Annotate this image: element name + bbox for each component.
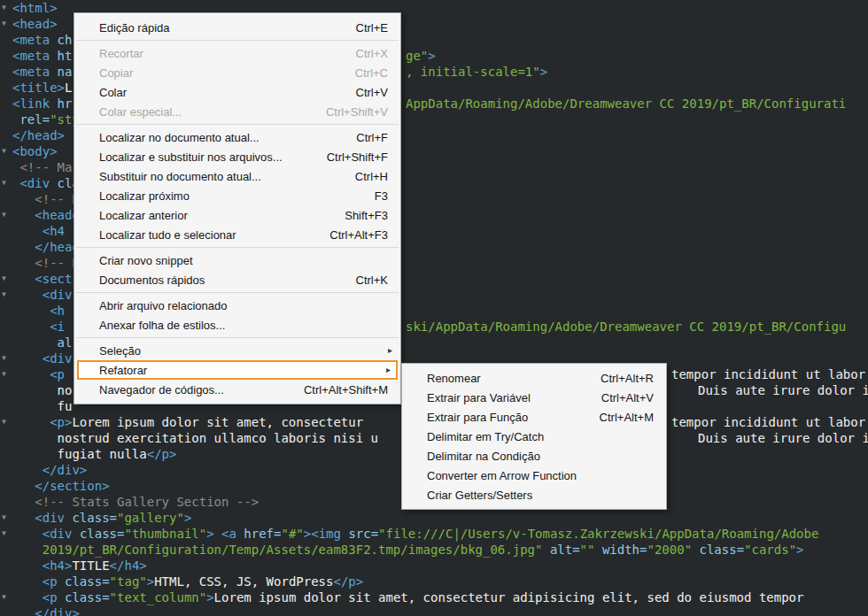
menu-item-shortcut: Ctrl+Alt+Shift+M <box>304 383 388 397</box>
code-token: TITLE <box>72 558 109 573</box>
code-token: > <box>206 527 221 541</box>
code-token: width= <box>602 543 647 557</box>
fold-arrow-icon[interactable]: ▼ <box>2 287 11 303</box>
context-menu-item-selecao[interactable]: Seleção▸ <box>74 341 400 360</box>
submenu-item-converter-em-arrow-function[interactable]: Converter em Arrow Function <box>402 466 666 485</box>
code-token: <img <box>311 527 348 541</box>
context-menu-item-substituir-no-documento-atual[interactable]: Substituir no documento atual...Ctrl+H <box>74 166 400 186</box>
context-menu-item-colar[interactable]: ColarCtrl+V <box>74 82 400 102</box>
context-menu-item-localizar-e-substituir-nos-arquivos[interactable]: Localizar e substituir nos arquivos...Ct… <box>74 147 400 166</box>
context-menu-item-refatorar[interactable]: Refatorar▸ <box>77 360 398 380</box>
fold-arrow-icon[interactable]: ▼ <box>2 0 11 16</box>
code-token: </head> <box>12 128 65 142</box>
code-token: </p> <box>333 574 363 589</box>
code-line: ▼<div class="gallery"> <box>0 510 868 526</box>
menu-item-label: Refatorar <box>99 364 388 377</box>
code-token: <p <box>43 590 65 604</box>
code-line: 2019/pt_BR/Configuration/Temp/Assets/eam… <box>0 542 868 558</box>
context-menu-item-criar-novo-snippet[interactable]: Criar novo snippet <box>74 250 400 270</box>
context-menu-item-navegador-de-codigos[interactable]: Navegador de códigos...Ctrl+Alt+Shift+M <box>74 380 400 399</box>
fold-arrow-icon[interactable]: ▼ <box>2 143 11 159</box>
context-menu-item-anexar-folha-de-estilos[interactable]: Anexar folha de estilos... <box>74 315 400 335</box>
fold-arrow-icon[interactable]: ▼ <box>2 271 11 287</box>
submenu-item-criar-getters-setters[interactable]: Criar Getters/Setters <box>402 485 666 504</box>
code-token: </div> <box>35 606 80 616</box>
code-line: </div> <box>0 605 868 616</box>
submenu-item-extrair-para-funcao[interactable]: Extrair para FunçãoCtrl+Alt+M <box>402 407 666 427</box>
indent-spacer <box>0 398 58 399</box>
menu-item-label: Anexar folha de estilos... <box>99 319 388 332</box>
code-token: <meta <box>12 33 58 47</box>
menu-item-label: Extrair para Função <box>427 411 582 424</box>
code-token: > <box>796 543 803 557</box>
submenu-item-renomear[interactable]: RenomearCtrl+Alt+R <box>402 368 666 388</box>
submenu-item-delimitar-em-try-catch[interactable]: Delimitar em Try/Catch <box>402 427 666 446</box>
code-token: <meta <box>12 49 58 63</box>
fold-arrow-icon[interactable]: ▼ <box>2 175 11 191</box>
fold-arrow-icon[interactable]: ▼ <box>2 207 11 223</box>
code-token: <div <box>43 527 80 541</box>
context-menu-item-localizar-anterior[interactable]: Localizar anteriorShift+F3 <box>74 205 400 225</box>
menu-item-label: Copiar <box>99 66 337 80</box>
context-menu-item-localizar-tudo-e-selecionar[interactable]: Localizar tudo e selecionarCtrl+Alt+F3 <box>74 225 400 244</box>
code-token: </h4> <box>110 558 147 573</box>
code-token: nostrud exercitation ullamco laboris nis… <box>58 431 378 445</box>
indent-spacer <box>0 335 58 335</box>
code-token: <meta <box>12 65 58 79</box>
code-token: ht <box>58 49 73 63</box>
menu-item-shortcut: Ctrl+C <box>355 66 388 80</box>
menu-item-label: Substituir no documento atual... <box>99 170 337 183</box>
menu-item-label: Criar novo snippet <box>99 254 388 267</box>
code-token: "cards" <box>744 543 796 557</box>
fold-arrow-icon[interactable]: ▼ <box>2 589 11 605</box>
code-line: ▼<div class="thumbnail"> <a href="#"><im… <box>0 526 868 542</box>
context-menu-item-recortar[interactable]: RecortarCtrl+X <box>74 43 400 63</box>
menu-item-label: Criar Getters/Setters <box>427 489 654 502</box>
menu-separator <box>76 337 399 338</box>
fold-arrow-icon[interactable]: ▼ <box>2 526 11 542</box>
code-token: <i <box>50 320 65 334</box>
menu-item-label: Colar <box>99 86 338 99</box>
indent-spacer <box>0 462 43 463</box>
code-right-fragment: Duis aute irure dolor in <box>698 430 868 446</box>
menu-item-label: Renomear <box>427 372 583 385</box>
code-token: <h4 <box>43 224 65 238</box>
code-token: <p> <box>50 415 72 429</box>
fold-arrow-icon[interactable]: ▼ <box>2 350 11 366</box>
menu-item-label: Seleção <box>99 344 388 358</box>
code-token <box>692 543 699 557</box>
fold-arrow-icon[interactable]: ▼ <box>2 366 11 382</box>
fold-arrow-icon[interactable]: ▼ <box>2 510 11 526</box>
fold-arrow-icon[interactable]: ▼ <box>2 16 11 32</box>
menu-item-shortcut: Ctrl+Shift+V <box>326 105 388 119</box>
menu-separator <box>76 292 399 293</box>
context-menu-item-abrir-arquivo-relacionado[interactable]: Abrir arquivo relacionado <box>74 296 400 315</box>
submenu-item-extrair-para-variavel[interactable]: Extrair para VariávelCtrl+Alt+V <box>402 388 666 407</box>
indent-spacer <box>0 558 43 558</box>
context-menu-item-copiar[interactable]: CopiarCtrl+C <box>74 63 400 82</box>
context-menu-item-localizar-proximo[interactable]: Localizar próximoF3 <box>74 186 400 205</box>
submenu-item-delimitar-na-condicao[interactable]: Delimitar na Condição <box>402 446 666 466</box>
code-token: Duis aute irure dolor ir <box>698 383 868 397</box>
code-token: href= <box>244 527 281 541</box>
menu-item-label: Localizar tudo e selecionar <box>99 228 312 242</box>
code-token: "gallery" <box>117 511 184 525</box>
code-right-fragment: ge"> <box>406 48 436 64</box>
code-token: 2019/pt_BR/Configuration/Temp/Assets/eam… <box>43 543 543 557</box>
menu-item-label: Localizar próximo <box>99 189 357 203</box>
code-token: <a <box>221 527 244 541</box>
menu-separator <box>76 40 399 41</box>
context-menu-item-edicao-rapida[interactable]: Edição rápidaCtrl+E <box>74 18 400 37</box>
context-menu-item-documentos-rapidos[interactable]: Documentos rápidosCtrl+K <box>74 270 400 289</box>
menu-item-shortcut: Ctrl+Shift+F <box>327 150 388 164</box>
code-token: > <box>428 49 435 63</box>
code-token: "tag" <box>110 574 147 589</box>
code-token: > <box>540 65 547 79</box>
context-menu-item-localizar-no-documento-atual[interactable]: Localizar no documento atual...Ctrl+F <box>74 127 400 147</box>
indent-spacer <box>0 303 50 304</box>
menu-item-label: Extrair para Variável <box>427 391 584 404</box>
fold-arrow-icon[interactable]: ▼ <box>2 414 11 430</box>
context-menu-item-colar-especial[interactable]: Colar especial...Ctrl+Shift+V <box>74 102 400 121</box>
code-token: HTML, CSS, JS, WordPress <box>154 574 333 589</box>
code-token <box>542 543 549 557</box>
